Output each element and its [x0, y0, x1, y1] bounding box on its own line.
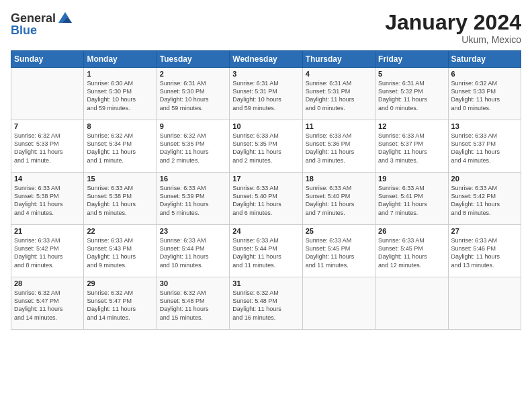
- day-info: Sunrise: 6:33 AM Sunset: 5:45 PM Dayligh…: [306, 236, 372, 269]
- day-number: 16: [160, 175, 226, 183]
- day-number: 19: [378, 175, 445, 183]
- day-info: Sunrise: 6:32 AM Sunset: 5:48 PM Dayligh…: [160, 289, 226, 322]
- day-number: 9: [160, 122, 226, 130]
- week-row-3: 14Sunrise: 6:33 AM Sunset: 5:38 PM Dayli…: [11, 173, 521, 225]
- day-number: 31: [232, 279, 299, 287]
- calendar-cell: 16Sunrise: 6:33 AM Sunset: 5:39 PM Dayli…: [157, 173, 229, 225]
- calendar-cell: 6Sunrise: 6:32 AM Sunset: 5:33 PM Daylig…: [448, 68, 521, 120]
- day-info: Sunrise: 6:31 AM Sunset: 5:32 PM Dayligh…: [378, 79, 445, 112]
- day-info: Sunrise: 6:33 AM Sunset: 5:42 PM Dayligh…: [14, 236, 81, 269]
- day-info: Sunrise: 6:33 AM Sunset: 5:40 PM Dayligh…: [232, 184, 299, 217]
- day-info: Sunrise: 6:33 AM Sunset: 5:37 PM Dayligh…: [451, 132, 518, 165]
- day-info: Sunrise: 6:33 AM Sunset: 5:37 PM Dayligh…: [378, 132, 445, 165]
- day-info: Sunrise: 6:33 AM Sunset: 5:38 PM Dayligh…: [14, 184, 81, 217]
- day-number: 12: [378, 122, 445, 130]
- calendar-cell: 7Sunrise: 6:32 AM Sunset: 5:33 PM Daylig…: [11, 120, 84, 173]
- day-number: 29: [87, 279, 153, 287]
- calendar-cell: 8Sunrise: 6:32 AM Sunset: 5:34 PM Daylig…: [84, 120, 157, 173]
- day-info: Sunrise: 6:33 AM Sunset: 5:36 PM Dayligh…: [306, 132, 372, 165]
- day-info: Sunrise: 6:33 AM Sunset: 5:42 PM Dayligh…: [451, 184, 518, 217]
- day-info: Sunrise: 6:33 AM Sunset: 5:44 PM Dayligh…: [160, 236, 226, 269]
- calendar-cell: 30Sunrise: 6:32 AM Sunset: 5:48 PM Dayli…: [157, 277, 229, 330]
- day-number: 13: [451, 122, 518, 130]
- weekday-header-saturday: Saturday: [448, 51, 521, 68]
- weekday-header-tuesday: Tuesday: [157, 51, 229, 68]
- day-info: Sunrise: 6:32 AM Sunset: 5:33 PM Dayligh…: [451, 79, 518, 112]
- week-row-5: 28Sunrise: 6:32 AM Sunset: 5:47 PM Dayli…: [11, 277, 521, 330]
- day-number: 8: [87, 122, 153, 130]
- day-info: Sunrise: 6:32 AM Sunset: 5:33 PM Dayligh…: [14, 132, 81, 165]
- day-info: Sunrise: 6:33 AM Sunset: 5:38 PM Dayligh…: [87, 184, 153, 217]
- calendar-cell: 29Sunrise: 6:32 AM Sunset: 5:47 PM Dayli…: [84, 277, 157, 330]
- day-info: Sunrise: 6:30 AM Sunset: 5:30 PM Dayligh…: [87, 79, 153, 112]
- day-info: Sunrise: 6:33 AM Sunset: 5:43 PM Dayligh…: [87, 236, 153, 269]
- weekday-header-wednesday: Wednesday: [230, 51, 302, 68]
- calendar-cell: 12Sunrise: 6:33 AM Sunset: 5:37 PM Dayli…: [375, 120, 448, 173]
- day-info: Sunrise: 6:31 AM Sunset: 5:31 PM Dayligh…: [306, 79, 372, 112]
- day-number: 14: [14, 175, 81, 183]
- calendar-cell: 1Sunrise: 6:30 AM Sunset: 5:30 PM Daylig…: [84, 68, 157, 120]
- day-number: 20: [451, 175, 518, 183]
- month-title: January 2024: [385, 11, 521, 34]
- day-info: Sunrise: 6:33 AM Sunset: 5:41 PM Dayligh…: [378, 184, 445, 217]
- logo: General Blue: [11, 11, 73, 38]
- day-info: Sunrise: 6:32 AM Sunset: 5:34 PM Dayligh…: [87, 132, 153, 165]
- calendar-cell: 23Sunrise: 6:33 AM Sunset: 5:44 PM Dayli…: [157, 225, 229, 277]
- day-number: 28: [14, 279, 81, 287]
- day-number: 30: [160, 279, 226, 287]
- day-number: 25: [306, 227, 372, 235]
- calendar-cell: [375, 277, 448, 330]
- day-number: 27: [451, 227, 518, 235]
- calendar-cell: 25Sunrise: 6:33 AM Sunset: 5:45 PM Dayli…: [302, 225, 375, 277]
- day-number: 2: [160, 70, 226, 78]
- week-row-4: 21Sunrise: 6:33 AM Sunset: 5:42 PM Dayli…: [11, 225, 521, 277]
- calendar-cell: 17Sunrise: 6:33 AM Sunset: 5:40 PM Dayli…: [230, 173, 302, 225]
- calendar-cell: 4Sunrise: 6:31 AM Sunset: 5:31 PM Daylig…: [302, 68, 375, 120]
- calendar-cell: 21Sunrise: 6:33 AM Sunset: 5:42 PM Dayli…: [11, 225, 84, 277]
- logo-blue: Blue: [11, 24, 37, 38]
- calendar-cell: [11, 68, 84, 120]
- calendar-cell: [302, 277, 375, 330]
- day-number: 18: [306, 175, 372, 183]
- day-info: Sunrise: 6:33 AM Sunset: 5:45 PM Dayligh…: [378, 236, 445, 269]
- day-info: Sunrise: 6:32 AM Sunset: 5:35 PM Dayligh…: [160, 132, 226, 165]
- calendar-cell: [448, 277, 521, 330]
- day-number: 21: [14, 227, 81, 235]
- weekday-header-row: SundayMondayTuesdayWednesdayThursdayFrid…: [11, 51, 521, 68]
- calendar-cell: 19Sunrise: 6:33 AM Sunset: 5:41 PM Dayli…: [375, 173, 448, 225]
- logo-icon: [57, 11, 73, 27]
- day-info: Sunrise: 6:33 AM Sunset: 5:39 PM Dayligh…: [160, 184, 226, 217]
- day-number: 6: [451, 70, 518, 78]
- calendar-cell: 24Sunrise: 6:33 AM Sunset: 5:44 PM Dayli…: [230, 225, 302, 277]
- day-number: 24: [232, 227, 299, 235]
- weekday-header-monday: Monday: [84, 51, 157, 68]
- calendar-cell: 5Sunrise: 6:31 AM Sunset: 5:32 PM Daylig…: [375, 68, 448, 120]
- calendar-cell: 13Sunrise: 6:33 AM Sunset: 5:37 PM Dayli…: [448, 120, 521, 173]
- calendar-cell: 9Sunrise: 6:32 AM Sunset: 5:35 PM Daylig…: [157, 120, 229, 173]
- day-number: 26: [378, 227, 445, 235]
- weekday-header-sunday: Sunday: [11, 51, 84, 68]
- weekday-header-friday: Friday: [375, 51, 448, 68]
- calendar-cell: 28Sunrise: 6:32 AM Sunset: 5:47 PM Dayli…: [11, 277, 84, 330]
- day-number: 15: [87, 175, 153, 183]
- title-block: January 2024 Ukum, Mexico: [385, 11, 521, 45]
- calendar-cell: 26Sunrise: 6:33 AM Sunset: 5:45 PM Dayli…: [375, 225, 448, 277]
- calendar-cell: 3Sunrise: 6:31 AM Sunset: 5:31 PM Daylig…: [230, 68, 302, 120]
- day-number: 23: [160, 227, 226, 235]
- header: General Blue January 2024 Ukum, Mexico: [11, 11, 521, 45]
- day-info: Sunrise: 6:33 AM Sunset: 5:46 PM Dayligh…: [451, 236, 518, 269]
- day-number: 7: [14, 122, 81, 130]
- location: Ukum, Mexico: [385, 34, 521, 45]
- calendar-cell: 18Sunrise: 6:33 AM Sunset: 5:40 PM Dayli…: [302, 173, 375, 225]
- calendar-cell: 10Sunrise: 6:33 AM Sunset: 5:35 PM Dayli…: [230, 120, 302, 173]
- calendar-cell: 31Sunrise: 6:32 AM Sunset: 5:48 PM Dayli…: [230, 277, 302, 330]
- day-info: Sunrise: 6:32 AM Sunset: 5:48 PM Dayligh…: [232, 289, 299, 322]
- calendar-cell: 2Sunrise: 6:31 AM Sunset: 5:30 PM Daylig…: [157, 68, 229, 120]
- calendar-cell: 20Sunrise: 6:33 AM Sunset: 5:42 PM Dayli…: [448, 173, 521, 225]
- day-info: Sunrise: 6:31 AM Sunset: 5:30 PM Dayligh…: [160, 79, 226, 112]
- calendar-cell: 22Sunrise: 6:33 AM Sunset: 5:43 PM Dayli…: [84, 225, 157, 277]
- page-container: General Blue January 2024 Ukum, Mexico S…: [0, 0, 532, 335]
- day-info: Sunrise: 6:33 AM Sunset: 5:40 PM Dayligh…: [306, 184, 372, 217]
- day-number: 3: [232, 70, 299, 78]
- calendar-cell: 27Sunrise: 6:33 AM Sunset: 5:46 PM Dayli…: [448, 225, 521, 277]
